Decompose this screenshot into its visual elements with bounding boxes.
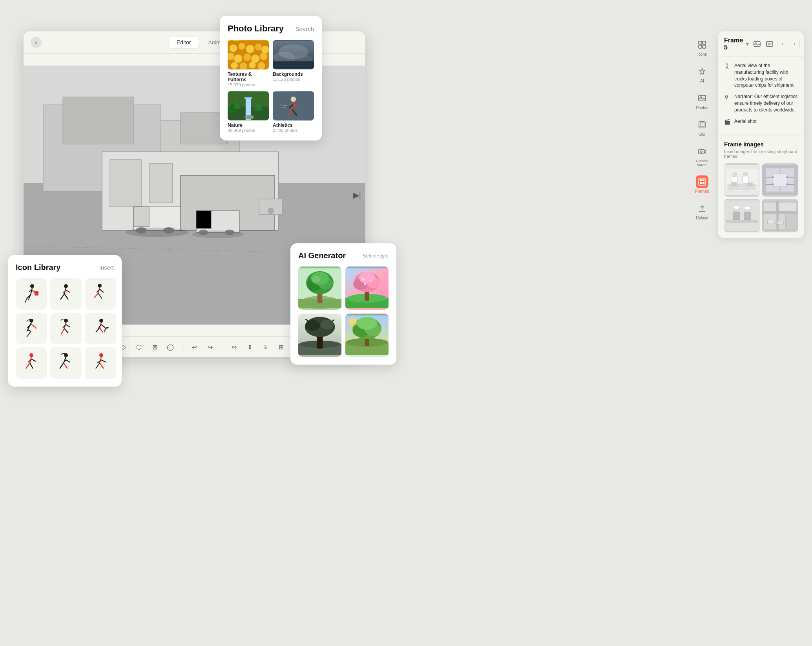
- photo-label-backgrounds: Backgrounds: [273, 71, 314, 77]
- svg-rect-30: [35, 291, 38, 296]
- photo-label-nature: Nature: [228, 122, 269, 128]
- svg-point-56: [234, 55, 242, 63]
- svg-point-50: [230, 44, 237, 52]
- frame-text-icon[interactable]: [765, 39, 775, 49]
- svg-point-174: [305, 320, 320, 331]
- sidebar-tool-icons[interactable]: Icons: [693, 35, 711, 60]
- svg-line-41: [100, 289, 104, 292]
- svg-rect-7: [110, 160, 141, 207]
- frame-thumbs-grid: [724, 163, 798, 232]
- photo-category-nature[interactable]: Nature 26,869 photos: [228, 91, 269, 133]
- icon-cell-4[interactable]: [16, 313, 47, 344]
- photo-category-backgrounds[interactable]: Backgrounds 13,125 photos: [273, 40, 314, 87]
- close-button[interactable]: ×: [31, 37, 42, 48]
- photo-category-textures[interactable]: Textures & Patterns 15,979 photos: [228, 40, 269, 87]
- svg-point-60: [231, 62, 238, 69]
- frame-dropdown[interactable]: ▾: [746, 41, 749, 47]
- sidebar-tool-ai[interactable]: AI: [693, 62, 711, 86]
- svg-point-62: [249, 62, 255, 68]
- svg-rect-72: [245, 97, 252, 99]
- svg-line-26: [25, 299, 27, 303]
- svg-rect-137: [764, 202, 777, 211]
- svg-point-46: [29, 353, 33, 357]
- fill-tool[interactable]: ⬡: [133, 342, 144, 353]
- frame-image-icon[interactable]: [752, 39, 762, 49]
- sidebar-tool-bg[interactable]: BG: [693, 115, 711, 140]
- crop-tool[interactable]: ⊡: [260, 342, 271, 353]
- svg-point-153: [312, 276, 321, 282]
- sidebar-tool-camera[interactable]: CameraMoves: [693, 142, 711, 170]
- sidebar-tool-frames[interactable]: Frames: [693, 172, 712, 197]
- photo-library-search[interactable]: Search: [295, 26, 314, 32]
- svg-point-76: [245, 115, 254, 119]
- toolbar-separator-1: [182, 343, 182, 352]
- redo-tool[interactable]: ↪: [204, 342, 215, 353]
- sidebar-tool-upload[interactable]: Upload: [693, 199, 711, 223]
- frame-thumb-lab[interactable]: [724, 163, 760, 197]
- icon-cell-3[interactable]: [85, 278, 116, 310]
- frame-title: Frame 5: [724, 37, 743, 51]
- svg-rect-140: [787, 213, 796, 229]
- next-frame-button[interactable]: ›: [790, 39, 800, 49]
- flip-h-tool[interactable]: ⇔: [228, 342, 239, 353]
- shape-tool[interactable]: ◯: [165, 342, 176, 353]
- svg-rect-143: [768, 220, 775, 223]
- scene-text-3: Aerial shot: [734, 118, 757, 125]
- icon-cell-6[interactable]: [85, 313, 116, 344]
- frame-images-subtitle: Insert images from existing storyboard f…: [724, 149, 798, 159]
- svg-rect-100: [703, 182, 704, 184]
- icon-cell-7[interactable]: [16, 347, 47, 379]
- bg-tool-icon: [696, 119, 708, 131]
- icon-cell-8[interactable]: [50, 347, 82, 379]
- sidebar-tools: Icons AI Photos BG: [690, 31, 714, 227]
- svg-point-58: [251, 55, 259, 63]
- sidebar-tool-photos[interactable]: Photos: [693, 89, 711, 113]
- icon-library-panel: Icon Library Insert: [8, 255, 122, 387]
- frame-panel-header: Frame 5 ▾ ‹ ›: [718, 31, 804, 57]
- svg-rect-113: [731, 182, 737, 186]
- icon-cell-1[interactable]: [16, 278, 47, 310]
- ai-generator-header: AI Generator Select style: [298, 251, 389, 260]
- svg-point-31: [64, 284, 68, 288]
- svg-point-47: [64, 353, 68, 357]
- ai-image-3[interactable]: [298, 314, 341, 357]
- eraser-tool[interactable]: ⊠: [149, 342, 160, 353]
- frame-thumb-circuit[interactable]: [762, 163, 798, 197]
- tab-editor[interactable]: Editor: [169, 37, 199, 48]
- camera-tool-icon: [696, 145, 708, 158]
- undo-tool[interactable]: ↩: [189, 342, 200, 353]
- ai-image-2[interactable]: [345, 266, 389, 310]
- photo-category-athletics[interactable]: Athletics 2,489 photos: [273, 91, 314, 133]
- svg-rect-90: [699, 95, 706, 101]
- canvas-nav-arrow[interactable]: ▶|: [353, 190, 361, 200]
- icon-library-insert-button[interactable]: Insert: [99, 264, 114, 271]
- icon-cell-5[interactable]: [50, 313, 82, 344]
- flip-v-tool[interactable]: ⇕: [244, 342, 255, 353]
- ai-image-4[interactable]: [345, 314, 389, 357]
- svg-point-161: [359, 272, 375, 283]
- svg-point-127: [786, 183, 788, 185]
- icon-cell-9[interactable]: [85, 347, 116, 379]
- icon-grid: [16, 278, 114, 379]
- ai-generator-title: AI Generator: [298, 251, 346, 260]
- sidebar-label-icons: Icons: [697, 52, 707, 57]
- sidebar-label-bg: BG: [699, 132, 705, 137]
- svg-point-184: [348, 318, 357, 326]
- scene-description: 🚶 Aerial view of the manufacturing facil…: [718, 57, 804, 135]
- svg-rect-15: [196, 211, 211, 228]
- svg-point-63: [257, 62, 265, 69]
- insert-image-tool[interactable]: ⊞: [276, 342, 286, 353]
- svg-rect-144: [777, 221, 783, 224]
- svg-point-164: [364, 283, 366, 285]
- svg-point-134: [734, 205, 740, 209]
- svg-rect-101: [754, 42, 760, 46]
- svg-point-54: [261, 46, 269, 53]
- prev-frame-button[interactable]: ‹: [777, 39, 787, 49]
- svg-point-45: [99, 319, 103, 323]
- svg-rect-86: [699, 41, 702, 44]
- icon-cell-2[interactable]: [50, 278, 82, 310]
- ai-image-1[interactable]: [298, 266, 341, 310]
- frame-thumb-worker[interactable]: [724, 199, 760, 232]
- ai-style-selector[interactable]: Select style: [363, 253, 389, 259]
- frame-thumb-aerial[interactable]: [762, 199, 798, 232]
